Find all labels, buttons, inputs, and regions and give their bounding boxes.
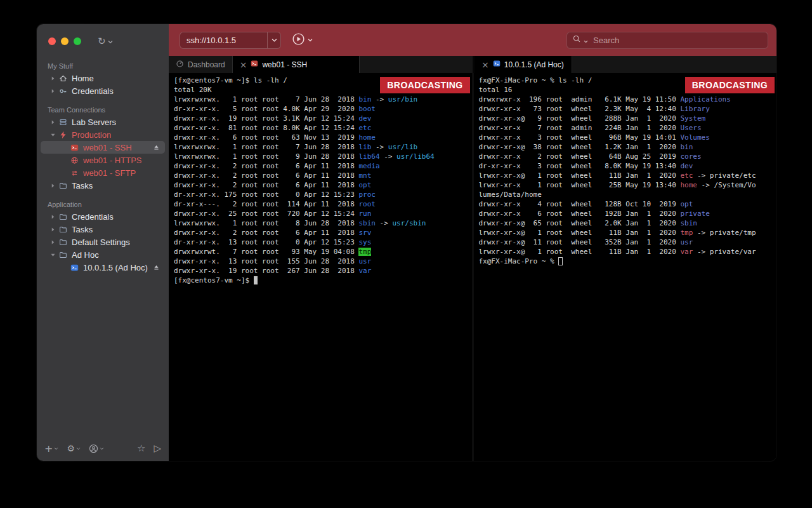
dashboard-icon: [176, 60, 184, 70]
chevron-down-icon: [54, 447, 58, 450]
sidebar-item-tasks[interactable]: Tasks: [41, 179, 165, 192]
search-scope-chevron-icon: [584, 34, 588, 46]
sidebar-section-application: Application: [37, 198, 169, 210]
chevron-right-icon[interactable]: [48, 76, 58, 81]
tab-label: 10.0.1.5 (Ad Hoc): [504, 60, 564, 69]
lightning-icon: [58, 131, 69, 139]
main-toolbar: ssh://10.0.1.5: [169, 24, 776, 56]
sidebar-bottom-toolbar: +⚙☆▷: [37, 439, 169, 461]
terminal-pane-left[interactable]: BROADCASTING [fx@centos7-vm ~]$ ls -lh /…: [169, 73, 472, 461]
eject-icon[interactable]: [153, 144, 160, 151]
sidebar-item-web01-ssh[interactable]: web01 - SSH: [41, 141, 165, 154]
sidebar-section-my-stuff: My Stuff: [37, 60, 169, 72]
sidebar-item-label: Default Settings: [72, 237, 130, 247]
chevron-down-icon[interactable]: [48, 253, 58, 257]
chevron-right-icon[interactable]: [48, 119, 58, 125]
sync-dropdown[interactable]: ↻: [98, 36, 113, 47]
connect-button[interactable]: [292, 32, 305, 48]
tab-label: Dashboard: [188, 60, 225, 69]
connection-address-dropdown[interactable]: ssh://10.0.1.5: [180, 32, 281, 49]
terminal-line: dr-xr-xr-x. 5 root root 4.0K Apr 29 2020…: [174, 104, 467, 114]
sidebar-item-label: Production: [72, 130, 111, 140]
chevron-right-icon[interactable]: [48, 88, 58, 94]
sidebar-item-label: Ad Hoc: [72, 250, 99, 260]
sidebar-item-web01-sftp[interactable]: web01 - SFTP: [41, 166, 165, 179]
app-window: ↻ My StuffHomeCredentialsTeam Connection…: [37, 24, 776, 461]
chevron-right-icon[interactable]: [48, 214, 58, 220]
sidebar-section-team-connections: Team Connections: [37, 104, 169, 116]
chevron-right-icon[interactable]: [48, 227, 58, 232]
account-button[interactable]: [89, 444, 104, 453]
sidebar-item-label: web01 - SFTP: [83, 168, 136, 178]
terminal-line: drwxr-xr-x 2 root wheel 64B Aug 25 2019 …: [479, 152, 772, 161]
terminal-cursor: [254, 276, 258, 284]
favorite-button[interactable]: ☆: [137, 443, 145, 454]
chevron-down-icon: [76, 447, 81, 450]
chevron-right-icon[interactable]: [48, 239, 58, 245]
sidebar-item-home[interactable]: Home: [41, 72, 165, 84]
close-tab-icon[interactable]: ×: [481, 60, 489, 69]
settings-icon: ⚙: [67, 443, 75, 453]
window-controls: [48, 37, 81, 45]
right-pane-tabs: × 10.0.1.5 (Ad Hoc): [475, 56, 776, 73]
sidebar-item-ad-hoc[interactable]: Ad Hoc: [41, 248, 165, 261]
terminal-line: lrwxrwxrwx. 1 root root 7 Jun 28 2018 li…: [174, 142, 467, 152]
terminal-line: dr-xr-xr-x 3 root wheel 8.0K May 19 13:4…: [479, 161, 772, 171]
terminal-line: drwxr-xr-x. 2 root root 6 Apr 11 2018 sr…: [174, 228, 467, 237]
sidebar-item-label: Lab Servers: [72, 117, 116, 127]
add-icon: +: [44, 443, 53, 455]
sidebar-item-10-0-1-5-ad-hoc[interactable]: 10.0.1.5 (Ad Hoc): [41, 261, 165, 274]
sidebar-item-credentials[interactable]: Credentials: [41, 84, 165, 97]
zoom-window-button[interactable]: [74, 37, 81, 45]
terminal-line: drwxr-xr-x. 81 root root 8.0K Apr 12 15:…: [174, 123, 467, 133]
folder-icon: [58, 251, 69, 259]
terminal-line: lrwxr-xr-x@ 1 root wheel 11B Jan 1 2020 …: [479, 228, 772, 237]
terminal-line: fx@FX-iMac-Pro ~ %: [479, 257, 772, 266]
sidebar-header: ↻: [37, 24, 169, 52]
terminal-line: drwxr-xr-x 6 root wheel 192B Jan 1 2020 …: [479, 209, 772, 218]
terminal-line: lrwxrwxrwx. 1 root root 8 Jun 28 2018 sb…: [174, 218, 467, 228]
terminal-blue-icon: [493, 60, 501, 69]
sidebar-item-production[interactable]: Production: [41, 128, 165, 141]
chevron-down-icon[interactable]: [308, 38, 313, 42]
connection-address-value: ssh://10.0.1.5: [180, 36, 267, 45]
terminal-line: drwxr-xr-x@ 38 root wheel 1.2K Jan 1 202…: [479, 142, 772, 152]
settings-button[interactable]: ⚙: [67, 443, 81, 453]
terminal-line: drwxrwxrwt. 7 root root 93 May 19 04:08 …: [174, 247, 467, 257]
tab-dashboard[interactable]: Dashboard: [169, 56, 233, 73]
close-window-button[interactable]: [48, 37, 56, 45]
terminal-line: drwxr-xr-x. 25 root root 720 Apr 12 15:2…: [174, 209, 467, 218]
terminal-line: drwxr-xr-x. 13 root root 155 Jun 28 2018…: [174, 257, 467, 266]
terminal-line: lrwxr-xr-x@ 1 root wheel 11B Jan 1 2020 …: [479, 171, 772, 180]
sidebar-item-default-settings[interactable]: Default Settings: [41, 236, 165, 248]
search-input[interactable]: Search: [566, 32, 768, 49]
terminal-output-right: fx@FX-iMac-Pro ~ % ls -lh /total 16drwxr…: [474, 73, 777, 269]
tab-web01-ssh[interactable]: × web01 - SSH: [233, 56, 360, 73]
sidebar-item-label: Tasks: [72, 181, 93, 190]
terminal-line: drwxr-xr-x@ 11 root wheel 352B Jan 1 202…: [479, 237, 772, 247]
connect-button[interactable]: ▷: [154, 443, 161, 454]
sidebar-item-lab-servers[interactable]: Lab Servers: [41, 116, 165, 128]
add-button[interactable]: +: [44, 443, 58, 455]
sidebar-item-credentials[interactable]: Credentials: [41, 210, 165, 223]
eject-icon[interactable]: [153, 264, 160, 271]
folder-icon: [58, 213, 69, 221]
sidebar-item-label: web01 - SSH: [83, 143, 132, 152]
terminal-line: drwxr-xr-x. 2 root root 6 Apr 11 2018 mn…: [174, 171, 467, 180]
chevron-down-icon[interactable]: [48, 133, 58, 137]
home-icon: [58, 74, 69, 83]
terminal-pane-right[interactable]: BROADCASTING fx@FX-iMac-Pro ~ % ls -lh /…: [474, 73, 777, 461]
minimize-window-button[interactable]: [61, 37, 69, 45]
sidebar-item-web01-https[interactable]: web01 - HTTPS: [41, 154, 165, 166]
sidebar-item-label: web01 - HTTPS: [83, 156, 141, 165]
terminal-line: lrwxrwxrwx. 1 root root 7 Jun 28 2018 bi…: [174, 95, 467, 104]
sidebar-item-label: Tasks: [72, 225, 93, 234]
close-tab-icon[interactable]: ×: [240, 60, 247, 69]
key-icon: [58, 87, 69, 95]
terminal-line: dr-xr-xr-x. 175 root root 0 Apr 12 15:23…: [174, 190, 467, 199]
folder-icon: [58, 238, 69, 246]
folder-icon: [58, 182, 69, 190]
chevron-right-icon[interactable]: [48, 183, 58, 189]
tab-10-0-1-5-ad-hoc[interactable]: × 10.0.1.5 (Ad Hoc): [475, 56, 572, 73]
sidebar-item-tasks[interactable]: Tasks: [41, 223, 165, 236]
